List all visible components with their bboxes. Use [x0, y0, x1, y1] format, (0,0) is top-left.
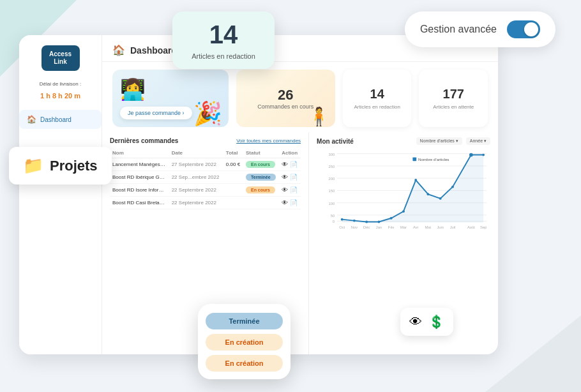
- order-button[interactable]: Je passe commande ›: [120, 107, 192, 119]
- svg-rect-38: [412, 157, 416, 161]
- logo-text: AccessLink: [49, 50, 72, 66]
- status-badge: Terminée: [246, 174, 276, 181]
- gestion-avancee-label: Gestion avancée: [420, 24, 497, 35]
- col-statut: Statut: [243, 148, 279, 158]
- orders-table: Nom Date Total Statut Action Lancement M…: [110, 148, 301, 209]
- orders-panel-header: Dernières commandes Voir toutes mes comm…: [110, 137, 301, 144]
- cell-total: [223, 184, 243, 197]
- sidebar-item-label: Dashboard: [40, 116, 72, 123]
- activity-chart: 300 250 200 150 100 50 0: [317, 147, 490, 230]
- filter-annee[interactable]: Année ▾: [466, 137, 490, 145]
- svg-text:Jan: Jan: [376, 225, 382, 229]
- float-projets-card: 📁 Projets: [9, 147, 112, 185]
- cell-name: Boost RD Casi Bretagne: [110, 197, 169, 209]
- illustration-content: 👩‍💻 Je passe commande ›: [120, 77, 192, 119]
- float-icons-card: 👁 💲: [400, 308, 453, 336]
- cell-name: Boost RD Ibérique Gourmet: [110, 171, 169, 184]
- main-content: 🏠 Dashboard 👩‍💻 Je passe commande › 🎉 26…: [102, 35, 498, 354]
- stat-card-illustration: 👩‍💻 Je passe commande › 🎉: [112, 70, 229, 127]
- svg-text:100: 100: [329, 202, 335, 206]
- orders-panel-title: Dernières commandes: [110, 137, 178, 144]
- folder-icon: 📁: [23, 156, 43, 176]
- svg-text:150: 150: [329, 189, 335, 193]
- col-total: Total: [223, 148, 243, 158]
- svg-text:Juin: Juin: [437, 225, 444, 229]
- sidebar: AccessLink Délai de livraison : 1 h 8 h …: [19, 35, 102, 354]
- svg-text:Fév: Fév: [388, 225, 395, 229]
- logo: AccessLink: [42, 45, 80, 71]
- svg-text:300: 300: [329, 153, 335, 156]
- svg-text:Nombre d'articles: Nombre d'articles: [418, 157, 449, 162]
- svg-text:200: 200: [329, 177, 335, 181]
- filter-articles[interactable]: Nombre d'articles ▾: [416, 137, 462, 145]
- svg-point-24: [469, 153, 473, 157]
- svg-point-17: [378, 221, 381, 223]
- cell-status: En cours: [243, 158, 279, 171]
- svg-point-14: [341, 218, 343, 221]
- gestion-avancee-toggle[interactable]: [507, 20, 540, 38]
- eye-icon[interactable]: 👁: [409, 315, 422, 329]
- float-articles-count: 14: [185, 22, 262, 47]
- svg-text:Mai: Mai: [425, 225, 431, 229]
- articles-attente-label: Articles en attente: [433, 104, 474, 110]
- home-icon: 🏠: [27, 115, 36, 124]
- stats-row: 👩‍💻 Je passe commande › 🎉 26 Commandes e…: [102, 62, 498, 132]
- table-row: Boost RD Casi Bretagne22 Septembre 2022👁…: [110, 197, 301, 209]
- col-action: Action: [279, 148, 301, 158]
- cell-date: 22 Septembre 2022: [169, 184, 223, 197]
- svg-text:Juil: Juil: [450, 225, 456, 229]
- stat-card-orders: 26 Commandes en cours 🧍: [236, 70, 335, 127]
- table-row: Boost RD Ibérique Gourmet22 Sep...embre …: [110, 171, 301, 184]
- cell-status: En cours: [243, 184, 279, 197]
- svg-text:Sep: Sep: [480, 225, 487, 229]
- cell-status: Terminée: [243, 171, 279, 184]
- orders-count: 26: [278, 87, 293, 103]
- chart-title: Mon activité: [317, 138, 354, 145]
- phone-badge-en-creation-1: En création: [206, 334, 283, 351]
- svg-text:Oct: Oct: [339, 225, 345, 229]
- col-date: Date: [169, 148, 223, 158]
- logo-box: AccessLink: [42, 45, 80, 71]
- articles-redaction-label: Articles en redaction: [354, 104, 400, 110]
- svg-text:Déc: Déc: [363, 225, 370, 229]
- cell-action[interactable]: 👁 📄: [279, 197, 301, 209]
- svg-point-18: [390, 217, 393, 220]
- articles-redaction-count: 14: [370, 87, 384, 102]
- svg-text:Avr: Avr: [413, 225, 419, 229]
- col-nom: Nom: [110, 148, 169, 158]
- dollar-icon[interactable]: 💲: [428, 314, 444, 329]
- svg-point-23: [451, 186, 454, 188]
- chart-header: Mon activité Nombre d'articles ▾ Année ▾: [317, 137, 490, 145]
- table-row: Lancement Manèges à vendre27 Septembre 2…: [110, 158, 301, 171]
- float-toggle-card: Gestion avancée: [405, 11, 555, 47]
- phone-mockup: Terminée En création En création: [198, 304, 290, 379]
- float-articles-label: Articles en redaction: [185, 52, 262, 60]
- stat-card-articles-attente: 177 Articles en attente: [419, 70, 488, 127]
- svg-text:Mar: Mar: [400, 225, 407, 229]
- orders-panel-link[interactable]: Voir toutes mes commandes: [236, 138, 301, 144]
- topbar-icon: 🏠: [112, 44, 125, 56]
- toggle-knob: [524, 22, 538, 36]
- svg-text:Août: Août: [467, 225, 475, 229]
- cell-name: Boost RD Isore Information: [110, 184, 169, 197]
- cell-status: [243, 197, 279, 209]
- cell-action[interactable]: 👁 📄: [279, 171, 301, 184]
- cell-total: [223, 171, 243, 184]
- sidebar-item-dashboard[interactable]: 🏠 Dashboard: [19, 110, 102, 129]
- person-illustration: 👩‍💻: [120, 77, 192, 102]
- float-articles-card: 14 Articles en redaction: [172, 11, 275, 69]
- chart-filters: Nombre d'articles ▾ Année ▾: [416, 137, 490, 145]
- projets-label: Projets: [50, 158, 98, 174]
- cell-action[interactable]: 👁 📄: [279, 184, 301, 197]
- svg-point-15: [353, 220, 356, 222]
- cell-action[interactable]: 👁 📄: [279, 158, 301, 171]
- decoration-illustration: 🎉: [193, 100, 222, 127]
- bg-shape-bottom-right: [485, 315, 581, 392]
- phone-badge-terminee: Terminée: [206, 313, 283, 329]
- cell-date: 27 Septembre 2022: [169, 158, 223, 171]
- svg-text:50: 50: [331, 214, 335, 218]
- svg-point-19: [402, 210, 405, 213]
- cell-total: [223, 197, 243, 209]
- phone-badge-en-creation-2: En création: [206, 355, 283, 372]
- orders-label: Commandes en cours: [257, 103, 313, 110]
